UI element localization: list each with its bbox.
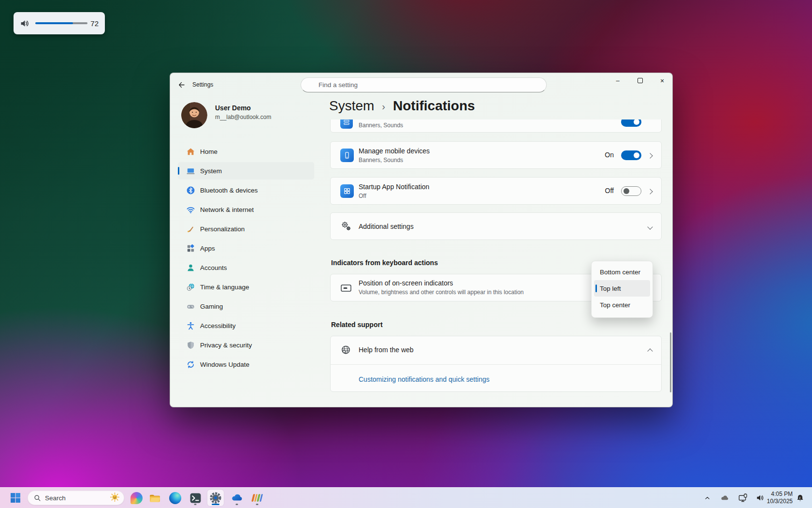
mobile-devices-icon bbox=[340, 149, 354, 162]
window-title: Settings bbox=[192, 81, 213, 88]
wifi-icon bbox=[186, 205, 195, 214]
row-subtitle: Off bbox=[359, 193, 366, 199]
tray-time: 4:05 PM bbox=[765, 491, 793, 498]
notification-bell-icon: z bbox=[796, 494, 804, 502]
chevron-down-icon bbox=[647, 224, 653, 230]
close-button[interactable]: × bbox=[651, 73, 673, 88]
chevron-right-icon bbox=[647, 152, 653, 159]
minimize-button[interactable]: – bbox=[607, 73, 629, 88]
start-button[interactable] bbox=[7, 490, 24, 506]
sidebar-item-system[interactable]: System bbox=[178, 162, 314, 179]
settings-gear-icon bbox=[209, 492, 222, 504]
position-dropdown-menu: Bottom center Top left Top center bbox=[591, 261, 653, 318]
avatar-image bbox=[181, 102, 207, 128]
onedrive-status-button[interactable] bbox=[717, 490, 732, 506]
sidebar-item-bluetooth-devices[interactable]: Bluetooth & devices bbox=[178, 181, 314, 199]
selected-indicator bbox=[178, 167, 179, 175]
settings-button[interactable] bbox=[207, 490, 224, 506]
sidebar-item-windows-update[interactable]: Windows Update bbox=[178, 356, 314, 373]
avatar[interactable] bbox=[181, 102, 207, 128]
toggle-off[interactable] bbox=[621, 186, 641, 196]
sidebar-item-label: Network & internet bbox=[200, 206, 254, 213]
dropdown-item-bottom-center[interactable]: Bottom center bbox=[592, 264, 652, 280]
gamepad-icon bbox=[186, 301, 195, 311]
section-header-indicators: Indicators from keyboard actions bbox=[331, 259, 438, 267]
clock-globe-icon bbox=[186, 282, 195, 292]
sidebar-item-privacy-security[interactable]: Privacy & security bbox=[178, 336, 314, 354]
sidebar-item-label: Gaming bbox=[200, 303, 223, 310]
volume-slider-fill bbox=[35, 22, 73, 24]
terminal-button[interactable] bbox=[187, 490, 203, 506]
apps-icon bbox=[186, 243, 195, 253]
sidebar-item-home[interactable]: Home bbox=[178, 143, 314, 160]
help-from-web-row[interactable]: Help from the web bbox=[331, 336, 661, 364]
divider bbox=[331, 364, 661, 365]
notification-sender-row-partial[interactable]: Banners, Sounds bbox=[330, 120, 662, 133]
additional-settings-row[interactable]: Additional settings bbox=[330, 212, 662, 240]
sidebar-item-label: Personalization bbox=[200, 225, 245, 233]
sidebar-nav: Home System Bluetooth & devices Networ bbox=[178, 141, 318, 373]
color-bars-icon bbox=[251, 494, 263, 502]
dropdown-item-top-center[interactable]: Top center bbox=[592, 297, 652, 313]
accessibility-icon bbox=[186, 321, 195, 330]
find-setting-input[interactable] bbox=[301, 77, 547, 92]
section-header-support: Related support bbox=[331, 321, 383, 329]
copilot-button[interactable] bbox=[128, 490, 145, 506]
sidebar-item-network-internet[interactable]: Network & internet bbox=[178, 201, 314, 218]
dropdown-item-top-left[interactable]: Top left bbox=[594, 280, 650, 297]
row-subtitle: Volume, brightness and other controls wi… bbox=[359, 289, 524, 296]
network-status-button[interactable] bbox=[736, 490, 750, 506]
system-icon bbox=[186, 166, 195, 176]
sidebar-item-accessibility[interactable]: Accessibility bbox=[178, 317, 314, 334]
network-icon bbox=[739, 493, 748, 503]
scrollbar-thumb[interactable] bbox=[670, 332, 671, 392]
toggle-on[interactable] bbox=[621, 150, 641, 160]
sidebar-item-gaming[interactable]: Gaming bbox=[178, 298, 314, 315]
home-icon bbox=[186, 147, 195, 156]
weather-sun-icon bbox=[110, 492, 120, 504]
globe-search-icon bbox=[340, 344, 351, 358]
sidebar-item-label: Bluetooth & devices bbox=[200, 187, 258, 194]
color-bars-app-button[interactable] bbox=[249, 490, 265, 506]
selected-indicator bbox=[595, 284, 597, 292]
dropdown-item-label: Top left bbox=[600, 285, 621, 292]
windows-logo-icon bbox=[10, 492, 21, 504]
tray-date: 10/3/2025 bbox=[765, 498, 793, 505]
sidebar-item-label: Privacy & security bbox=[200, 342, 252, 349]
manage-mobile-devices-row[interactable]: Manage mobile devices Banners, Sounds On bbox=[330, 141, 662, 169]
volume-slider bbox=[35, 22, 87, 24]
toggle-on[interactable] bbox=[621, 120, 641, 127]
sidebar-item-time-language[interactable]: Time & language bbox=[178, 278, 314, 296]
maximize-icon bbox=[638, 78, 643, 83]
taskbar-search[interactable]: Search bbox=[28, 491, 124, 505]
maximize-button[interactable] bbox=[629, 73, 651, 88]
onedrive-button[interactable] bbox=[229, 490, 245, 506]
startup-app-notification-row[interactable]: Startup App Notification Off Off bbox=[330, 177, 662, 205]
edge-button[interactable] bbox=[167, 490, 183, 506]
sidebar-item-apps[interactable]: Apps bbox=[178, 239, 314, 257]
clock[interactable]: 4:05 PM 10/3/2025 bbox=[765, 491, 793, 505]
volume-value: 72 bbox=[90, 19, 99, 28]
file-explorer-button[interactable] bbox=[146, 490, 163, 506]
tray-overflow-button[interactable] bbox=[700, 490, 714, 506]
search-icon bbox=[34, 494, 41, 502]
sidebar-item-label: System bbox=[200, 167, 222, 175]
sidebar-item-personalization[interactable]: Personalization bbox=[178, 220, 314, 238]
customizing-notifications-link[interactable]: Customizing notifications and quick sett… bbox=[359, 375, 490, 383]
taskbar-search-label: Search bbox=[45, 494, 66, 502]
notification-center-button[interactable]: z bbox=[794, 490, 806, 506]
file-explorer-icon bbox=[149, 492, 161, 504]
startup-app-icon bbox=[340, 184, 354, 198]
row-title: Help from the web bbox=[359, 346, 414, 354]
toggle-state-label: On bbox=[605, 151, 614, 159]
back-button[interactable] bbox=[174, 78, 188, 91]
breadcrumb-parent[interactable]: System bbox=[329, 98, 374, 114]
running-indicator bbox=[194, 504, 197, 505]
settings-window: Settings – × User De bbox=[170, 73, 673, 407]
chevron-up-icon bbox=[647, 348, 653, 355]
sidebar-item-accounts[interactable]: Accounts bbox=[178, 259, 314, 276]
chevron-up-icon bbox=[704, 495, 710, 501]
row-title: Manage mobile devices bbox=[359, 147, 430, 155]
svg-text:z: z bbox=[799, 496, 800, 499]
onedrive-icon bbox=[231, 492, 244, 505]
